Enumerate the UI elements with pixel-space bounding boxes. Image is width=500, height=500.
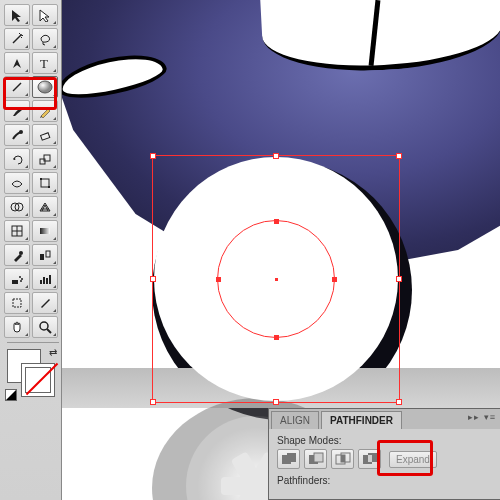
svg-rect-29 [282, 455, 291, 464]
anchor-point[interactable] [274, 335, 279, 340]
column-graph-tool[interactable] [32, 268, 58, 290]
default-fill-stroke-icon[interactable] [5, 389, 17, 401]
pathfinder-panel: ALIGN PATHFINDER ▸▸ ▾≡ Shape Modes: Expa… [268, 408, 500, 500]
svg-rect-7 [44, 155, 50, 161]
bbox-handle[interactable] [150, 153, 156, 159]
symbol-sprayer-tool[interactable] [4, 268, 30, 290]
svg-rect-13 [12, 226, 22, 236]
blend-tool[interactable] [32, 244, 58, 266]
selection-center-icon [275, 278, 278, 281]
shape-mode-exclude[interactable] [358, 449, 381, 469]
stroke-swatch[interactable] [21, 363, 55, 397]
bbox-handle[interactable] [396, 276, 402, 282]
pen-tool[interactable] [4, 52, 30, 74]
rotate-tool[interactable] [4, 148, 30, 170]
svg-rect-18 [12, 280, 18, 284]
tab-pathfinder[interactable]: PATHFINDER [321, 411, 402, 429]
svg-rect-31 [309, 455, 318, 464]
eraser-tool[interactable] [32, 124, 58, 146]
hand-tool[interactable] [4, 316, 30, 338]
svg-rect-35 [341, 455, 345, 462]
svg-rect-23 [43, 277, 45, 284]
shape-mode-minus-front[interactable] [304, 449, 327, 469]
perspective-grid-tool[interactable] [32, 196, 58, 218]
svg-rect-10 [48, 186, 50, 188]
svg-rect-36 [363, 455, 372, 464]
anchor-point[interactable] [216, 277, 221, 282]
paintbrush-tool[interactable] [4, 100, 30, 122]
svg-point-11 [11, 203, 19, 211]
svg-point-3 [38, 81, 52, 93]
svg-rect-32 [314, 453, 323, 462]
svg-rect-37 [368, 453, 377, 462]
svg-rect-33 [336, 455, 345, 464]
magic-wand-tool[interactable] [4, 28, 30, 50]
anchor-point[interactable] [274, 219, 279, 224]
svg-rect-17 [46, 251, 50, 257]
gradient-tool[interactable] [32, 220, 58, 242]
shape-modes-label: Shape Modes: [277, 435, 492, 446]
ellipse-tool[interactable] [32, 76, 58, 98]
lasso-tool[interactable] [32, 28, 58, 50]
svg-point-15 [19, 251, 23, 255]
bbox-handle[interactable] [273, 153, 279, 159]
bbox-handle[interactable] [396, 399, 402, 405]
slice-tool[interactable] [32, 292, 58, 314]
bbox-handle[interactable] [396, 153, 402, 159]
direct-selection-tool[interactable] [32, 4, 58, 26]
svg-rect-14 [40, 228, 50, 234]
svg-point-19 [19, 276, 21, 278]
svg-point-12 [15, 203, 23, 211]
svg-rect-6 [40, 159, 45, 164]
svg-rect-24 [46, 278, 48, 284]
svg-rect-5 [41, 133, 50, 140]
svg-line-2 [13, 83, 21, 91]
shape-builder-tool[interactable] [4, 196, 30, 218]
line-segment-tool[interactable] [4, 76, 30, 98]
svg-rect-16 [40, 254, 44, 260]
bbox-handle[interactable] [150, 399, 156, 405]
pathfinders-label: Pathfinders: [277, 475, 492, 486]
anchor-point[interactable] [332, 277, 337, 282]
shape-mode-unite[interactable] [277, 449, 300, 469]
fill-stroke-swatches[interactable]: ⇄ [5, 347, 59, 401]
zoom-tool[interactable] [32, 316, 58, 338]
selection-tool[interactable] [4, 4, 30, 26]
expand-button[interactable]: Expand [389, 451, 437, 468]
eyedropper-tool[interactable] [4, 244, 30, 266]
shape-mode-intersect[interactable] [331, 449, 354, 469]
panel-options-icon[interactable]: ▸▸ ▾≡ [468, 412, 496, 422]
svg-rect-8 [41, 179, 49, 187]
free-transform-tool[interactable] [32, 172, 58, 194]
svg-rect-34 [341, 453, 350, 462]
svg-point-0 [20, 34, 22, 36]
svg-point-4 [19, 130, 23, 134]
bbox-handle[interactable] [273, 399, 279, 405]
svg-text:T: T [40, 56, 48, 70]
svg-rect-26 [13, 299, 21, 307]
mesh-tool[interactable] [4, 220, 30, 242]
svg-rect-9 [40, 178, 42, 180]
bbox-handle[interactable] [150, 276, 156, 282]
swap-fill-stroke-icon[interactable]: ⇄ [49, 347, 57, 358]
svg-rect-38 [368, 455, 372, 462]
width-tool[interactable] [4, 172, 30, 194]
svg-rect-22 [40, 280, 42, 284]
svg-point-27 [40, 322, 48, 330]
svg-point-21 [20, 280, 22, 282]
svg-rect-30 [287, 453, 296, 462]
scale-tool[interactable] [32, 148, 58, 170]
blob-brush-tool[interactable] [4, 124, 30, 146]
svg-rect-25 [49, 275, 51, 284]
svg-point-20 [21, 278, 23, 280]
type-tool[interactable]: T [32, 52, 58, 74]
artboard-tool[interactable] [4, 292, 30, 314]
pencil-tool[interactable] [32, 100, 58, 122]
toolbox-panel: T [0, 0, 62, 500]
svg-line-28 [47, 329, 51, 333]
tab-align[interactable]: ALIGN [271, 411, 319, 429]
